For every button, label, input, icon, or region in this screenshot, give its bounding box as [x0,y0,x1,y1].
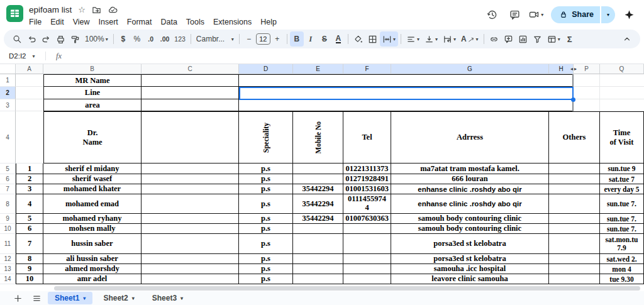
fill-color-button[interactable] [351,31,365,47]
cell-speciality[interactable]: p.s [239,194,293,214]
horizontal-align-button[interactable]: ▾ [404,31,422,47]
cell-address[interactable]: porsa3ed st kelobatra [391,234,549,254]
column-header-C[interactable]: C [142,64,239,74]
cell-speciality[interactable]: p.s [239,224,293,234]
column-header-F[interactable]: F [343,64,391,74]
cell-empty[interactable] [142,214,239,224]
cell-others[interactable] [549,264,600,274]
cell-P3[interactable] [574,99,600,111]
cell-time[interactable]: sun.tue 7. [600,214,644,224]
strikethrough-button[interactable]: S [318,31,331,47]
row-header-5[interactable]: 5 [0,164,16,174]
cell-mobile[interactable] [293,254,343,264]
column-header-B[interactable]: B [43,64,142,74]
cell-dr-name-header[interactable]: Dr. Name [43,111,142,164]
cell-address[interactable]: samouh body contouring clinic [391,214,549,224]
row-header-10[interactable]: 10 [0,224,16,234]
menu-help[interactable]: Help [256,17,281,27]
cell-B1[interactable]: MR Name [43,74,142,87]
decrease-font-size-button[interactable]: − [242,31,256,47]
cell-others[interactable] [549,184,600,194]
text-rotation-button[interactable]: A ▾ [458,31,481,47]
cell-empty[interactable] [142,174,239,184]
cell-mobile[interactable] [293,164,343,174]
cell-time[interactable]: tue 9.30 [600,274,644,284]
cell-mobile[interactable] [293,234,343,254]
name-box[interactable]: D2:I2 ▾ [0,52,45,60]
cell-speciality[interactable]: p.s [239,214,293,224]
cell-num[interactable]: 10 [16,274,43,284]
cell-mobile-header[interactable]: Mobile No [293,111,343,164]
cell-others[interactable] [549,214,600,224]
cell-time[interactable]: sat.tue 7 [600,174,644,184]
cell-Q1[interactable] [600,74,644,87]
cell-time[interactable]: mon 4 [600,264,644,274]
hidden-columns-divider[interactable] [572,74,574,111]
column-header-P[interactable]: ▸ P [574,64,600,74]
cell-time[interactable]: sun.tue 9 [600,164,644,174]
sheets-logo-icon[interactable] [6,5,23,22]
increase-decimal-button[interactable]: .00 [158,31,172,47]
gemini-button[interactable] [620,6,638,23]
cell-B2[interactable]: Line [43,87,142,99]
cell-D2-merged-selected[interactable] [239,87,574,99]
cell-address[interactable]: enhanse clinic .roshdy abo qir [391,194,549,214]
cell-C4[interactable] [142,111,239,164]
search-button[interactable] [10,31,25,47]
cell-D3-merged[interactable] [239,99,574,111]
cell-C1[interactable] [142,74,239,87]
cell-name[interactable]: ali hussin saber [43,254,142,264]
cell-Q2[interactable] [600,87,644,99]
row-header-2[interactable]: 2 [0,87,16,99]
collapse-toolbar-button[interactable] [620,31,634,47]
document-title[interactable]: epifoam list [29,5,72,14]
cell-num[interactable]: 4 [16,194,43,214]
functions-button[interactable]: Σ [563,31,577,47]
insert-link-button[interactable] [487,31,501,47]
cell-mobile[interactable] [293,264,343,274]
row-header-1[interactable]: 1 [0,74,16,87]
cell-mobile[interactable] [293,274,343,284]
cell-address[interactable]: samouh body contouring clinic [391,224,549,234]
cell-name[interactable]: sherif wasef [43,174,142,184]
cell-others[interactable] [549,254,600,264]
cell-others[interactable] [549,224,600,234]
font-size-input[interactable]: 12 [256,33,270,45]
row-header-6[interactable]: 6 [0,174,16,184]
format-currency-button[interactable]: $ [116,31,130,47]
cell-tel[interactable] [343,254,391,264]
cell-address[interactable]: leavore clinic samouha [391,274,549,284]
insert-chart-button[interactable] [516,31,530,47]
tab-sheet3[interactable]: Sheet3 ▾ [145,292,190,304]
share-dropdown-button[interactable]: ▾ [600,6,615,23]
vertical-align-button[interactable]: ▾ [422,31,440,47]
cell-tel[interactable] [343,234,391,254]
merge-cells-button[interactable]: ▾ [380,31,398,47]
menu-extensions[interactable]: Extensions [209,17,256,27]
cell-others-header[interactable]: Others [549,111,600,164]
unhide-columns-left-icon[interactable]: ◂ [570,66,573,72]
font-select[interactable]: Cambr... ▾ [194,31,236,47]
cell-speciality[interactable]: p.s [239,264,293,274]
cell-P2[interactable] [574,87,600,99]
borders-button[interactable] [365,31,380,47]
cell-name[interactable]: mohamed khater [43,184,142,194]
cell-tel[interactable]: 01001531603 [343,184,391,194]
column-header-H[interactable]: H ◂ [549,64,574,74]
cell-tel-header[interactable]: Tel [343,111,391,164]
horizontal-scrollbar[interactable] [54,286,640,291]
cell-empty[interactable] [142,254,239,264]
cell-A2[interactable] [16,87,43,99]
cell-tel[interactable]: 01007630363 [343,214,391,224]
cell-mobile[interactable]: 35442294 [293,194,343,214]
meet-button[interactable]: ▾ [528,9,543,19]
cell-P1[interactable] [574,74,600,87]
cell-num[interactable]: 5 [16,214,43,224]
cell-B3[interactable]: area [43,99,142,111]
version-history-button[interactable] [483,6,501,23]
menu-format[interactable]: Format [123,17,157,27]
cell-empty[interactable] [142,264,239,274]
menu-file[interactable]: File [25,17,46,27]
cell-tel[interactable]: 01221311373 [343,164,391,174]
cell-A3[interactable] [16,99,43,111]
